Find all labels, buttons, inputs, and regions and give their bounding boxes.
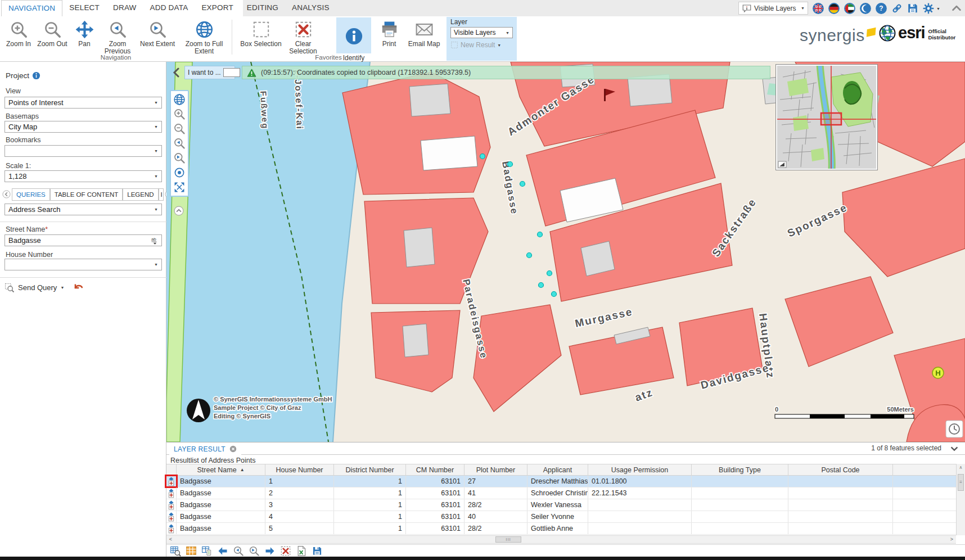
ribbon-tab-navigation[interactable]: NAVIGATION [1,0,62,16]
send-query-button[interactable]: Send Query ▼ [4,282,84,293]
table-row[interactable]: Badgasse416310140Seiler Yvonne [166,511,956,523]
column-header-district-number[interactable]: District Number [334,464,406,475]
zoom-to-feature-icon[interactable] [166,476,177,487]
result-table-search-button[interactable] [170,545,181,557]
sidebar-tab-legend[interactable]: LEGEND [123,188,158,201]
flag-uk-icon[interactable] [812,2,824,15]
gear-caret-icon: ▼ [936,7,940,11]
ribbon-tabbar: NAVIGATIONSELECTDRAWADD DATAEXPORTEDITIN… [0,0,965,16]
map-mag-plus-icon[interactable] [173,108,186,120]
zoom-to-feature-icon[interactable] [166,511,177,522]
tool-zoom-in[interactable]: Zoom In [2,18,35,55]
tool-zoom-previous[interactable]: Zoom Previous [99,18,136,55]
result-save-button[interactable] [312,545,323,557]
ribbon-tab-draw[interactable]: DRAW [106,0,143,16]
table-row[interactable]: Badgasse516310128/2Gottlieb Anne [166,523,956,535]
table-row[interactable]: Badgasse316310128/2Wexler Vanessa [166,499,956,511]
i-want-to-input[interactable] [223,68,240,77]
basemaps-select[interactable]: City Map▼ [4,121,162,133]
tool-box-selection[interactable]: Box Selection [237,18,285,55]
help-icon[interactable]: ? [875,2,887,15]
flag-de-icon[interactable] [828,2,840,15]
ribbon-tab-editing[interactable]: EDITING [240,0,285,16]
group-label-navigation: Navigation [2,54,229,61]
vertical-scrollbar[interactable]: ∧≡ [956,464,965,535]
tool-print[interactable]: Print [375,18,404,48]
moon-icon[interactable] [859,2,872,15]
result-arrow-left-button[interactable] [217,545,228,557]
tool-clear-selection[interactable]: Clear Selection [285,18,322,55]
sidebar-collapse-button[interactable] [170,66,182,79]
query-select[interactable]: Address Search▼ [4,204,162,215]
result-table-orange-button[interactable] [186,545,197,557]
ribbon-tab-analysis[interactable]: ANALYSIS [285,0,336,16]
result-excel-button[interactable] [296,545,307,557]
result-mag-next-button[interactable] [249,545,260,557]
map-globe-icon[interactable] [173,93,186,106]
map-expand-icon[interactable] [173,181,186,193]
tool-next-extent[interactable]: Next Extent [136,18,179,55]
column-header-cm-number[interactable]: CM Number [406,464,465,475]
autocomplete-sort-icon[interactable]: ab [151,236,159,245]
horizontal-scrollbar[interactable]: < III > [166,535,956,544]
toolbar-collapse-button[interactable] [174,206,184,216]
column-header-building-type[interactable]: Building Type [692,464,788,475]
column-header-applicant[interactable]: Applicant [527,464,588,475]
ribbon-tab-add-data[interactable]: ADD DATA [143,0,195,16]
tabs-scroll-left-icon[interactable] [2,190,11,198]
result-arrow-right-button[interactable] [264,545,276,557]
column-header-postal-code[interactable]: Postal Code [788,464,893,475]
i-want-to-widget[interactable]: I want to ... [184,66,235,79]
map-mag-prev-icon[interactable] [173,137,186,150]
collapse-up-icon[interactable] [950,2,963,15]
info-icon[interactable] [32,71,40,80]
save-icon[interactable] [907,2,919,15]
column-header-plot-number[interactable]: Plot Number [465,464,527,475]
house-number-select[interactable]: ▼ [4,259,162,270]
map-mag-next-icon[interactable] [173,152,186,164]
tool-pan[interactable]: Pan [70,18,99,55]
result-table-page-button[interactable] [201,545,213,557]
result-clear-select-button[interactable] [280,545,291,557]
map-mag-minus-icon[interactable] [173,123,186,135]
scale-1-select[interactable]: 1,128▼ [4,170,162,182]
column-header-house-number[interactable]: House Number [265,464,334,475]
zoom-in-icon [2,18,35,40]
result-mag-prev-button[interactable] [233,545,244,557]
zoom-to-feature-icon[interactable] [166,499,177,511]
map-target-icon[interactable] [173,166,186,179]
view-select[interactable]: Points of Interest▼ [4,97,162,109]
close-icon[interactable] [229,445,237,453]
tool-zoom-out[interactable]: Zoom Out [35,18,70,55]
address-point-marker [538,232,543,237]
flag-ae-icon[interactable] [844,2,856,15]
gear-icon[interactable] [922,2,935,15]
synergis-swoosh-icon [866,28,876,37]
column-header-street-name[interactable]: Street Name▲ [177,464,265,475]
ribbon-tab-export[interactable]: EXPORT [195,0,240,16]
sidebar-tab-queries[interactable]: QUERIES [12,188,50,201]
identify-button[interactable]: Identify [336,17,371,53]
panel-expand-button[interactable] [949,444,959,454]
sidebar-tab-i[interactable]: I [159,188,164,201]
zoom-to-feature-icon[interactable] [166,523,177,534]
table-row[interactable]: Badgasse116310127Drescher Matthias01.01.… [166,476,956,487]
visible-layers-dropdown[interactable]: Visible Layers ▼ [738,2,808,15]
tool-zoom-to-full-extent[interactable]: Zoom to Full Extent [179,18,229,55]
link-icon[interactable] [891,2,903,15]
tool-email-map[interactable]: Email Map [404,18,444,48]
ribbon-tab-select[interactable]: SELECT [62,0,106,16]
zoom-to-feature-icon[interactable] [166,487,177,499]
new-result-button[interactable]: New Result ▼ [450,41,513,49]
svg-text:?: ? [879,4,883,12]
table-row[interactable]: Badgasse216310141Schroeder Christin22.12… [166,487,956,499]
street-name-input[interactable]: Badgasse ab [4,234,162,246]
column-header-usage-permission[interactable]: Usage Permission [588,464,692,475]
layer-result-tab[interactable]: LAYER RESULT [169,443,241,455]
layer-select[interactable]: Visible Layers ▼ [450,27,513,38]
bookmarks-select[interactable]: ▼ [4,145,162,157]
overview-map[interactable] [776,65,877,170]
map-canvas[interactable]: Fußwegz-Josef-KaiAdmonter GasseBadgasseS… [166,62,965,442]
sidebar-tab-table-of-content[interactable]: TABLE OF CONTENT [50,188,123,201]
undo-icon[interactable] [73,282,84,293]
